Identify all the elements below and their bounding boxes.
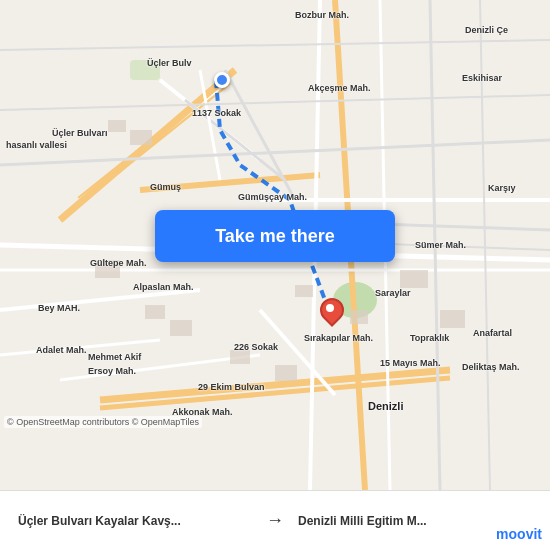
map-label-delitas: Deliktaş Mah. [462,362,520,372]
map-label-alpaslan: Alpaslan Mah. [133,282,194,292]
map-label-denizli-ce: Denizli Çe [465,25,508,35]
map-label-akcesme: Akçeşme Mah. [308,83,371,93]
svg-rect-34 [170,320,192,336]
origin-pin [214,72,230,88]
svg-rect-38 [230,350,250,364]
map-label-1137: 1137 Sokak [192,108,241,118]
map-label-bey: Bey MAH. [38,303,80,313]
from-value: Üçler Bulvarı Kayalar Kavş... [18,514,252,528]
map-label-15mayis: 15 Mayıs Mah. [380,358,441,368]
svg-rect-36 [350,310,368,324]
map-label-ucler2: Üçler Bulvarı [52,128,108,138]
map-label-adalet: Adalet Mah. [36,345,87,355]
take-me-there-button[interactable]: Take me there [155,210,395,262]
map-label-gumus: Gümuş [150,182,181,192]
svg-rect-33 [145,305,165,319]
svg-rect-40 [295,285,313,297]
moovit-logo: moovit [496,526,542,542]
svg-rect-39 [275,365,297,381]
map-label-226: 226 Sokak [234,342,278,352]
svg-rect-31 [130,130,152,145]
map-label-topraklik: Topraklık [410,333,449,343]
bottom-bar: Üçler Bulvarı Kayalar Kavş... → Denizli … [0,490,550,550]
map-label-denizli: Denizli [368,400,403,412]
map-label-hasanli: hasanlı vallesi [6,140,67,150]
map-label-ersoy: Ersoy Mah. [88,366,136,376]
map-label-ucler: Üçler Bulv [147,58,192,68]
destination-pin [320,298,340,326]
map-label-gultepe: Gültepe Mah. [90,258,147,268]
svg-rect-37 [440,310,465,328]
map-label-mehmet: Mehmet Akif [88,352,141,362]
arrow-icon: → [260,510,290,531]
map-label-gumuscay: Gümüşçay Mah. [238,192,307,202]
map-label-sumer: Sümer Mah. [415,240,466,250]
map-label-eskihisar: Eskihisar [462,73,502,83]
map-label-sirakapilar: Sırakapılar Mah. [304,333,373,343]
svg-rect-35 [400,270,428,288]
osm-attribution: © OpenStreetMap contributors © OpenMapTi… [4,416,202,428]
map-container: Üçler Bulv Üçler Bulvarı 1137 Sokak Akçe… [0,0,550,490]
from-section: Üçler Bulvarı Kayalar Kavş... [10,514,260,528]
svg-rect-30 [108,120,126,132]
map-label-anafartal: Anafartal [473,328,512,338]
map-label-29ekim: 29 Ekim Bulvan [198,382,265,392]
map-label-saraylar: Saraylar [375,288,411,298]
map-label-bozbur: Bozbur Mah. [295,10,349,20]
map-label-karsiy: Karşıy [488,183,516,193]
